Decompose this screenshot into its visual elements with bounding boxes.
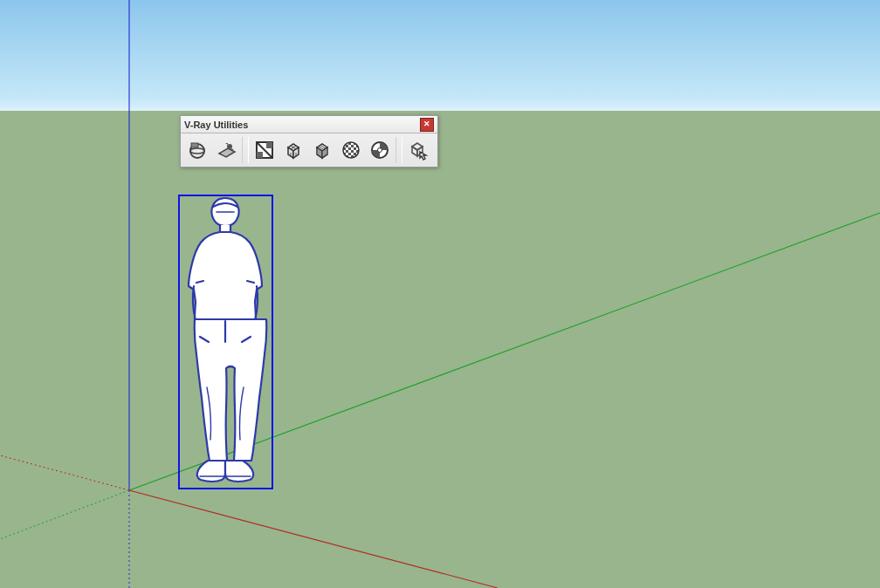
close-icon[interactable]: ✕	[420, 118, 434, 132]
svg-point-35	[343, 142, 359, 158]
toolbar-separator	[242, 137, 249, 163]
toolbar-titlebar[interactable]: V-Ray Utilities ✕	[181, 116, 437, 133]
svg-point-37	[378, 148, 382, 153]
sketchup-viewport[interactable]	[0, 0, 880, 588]
svg-point-8	[190, 148, 204, 154]
vray-sphere-icon[interactable]	[183, 136, 211, 164]
svg-rect-9	[191, 143, 198, 147]
cube-grid-icon[interactable]	[308, 136, 336, 164]
toolbar-body	[181, 133, 437, 167]
toolbar-separator	[395, 137, 402, 163]
uv-tool-icon[interactable]	[251, 136, 278, 164]
svg-rect-15	[266, 142, 272, 148]
svg-marker-39	[412, 147, 417, 156]
toolbar-title-text: V-Ray Utilities	[184, 120, 248, 130]
cube-wireframe-icon[interactable]	[279, 136, 307, 164]
cube-select-icon[interactable]	[404, 136, 432, 164]
sky-background	[0, 0, 880, 111]
disc-icon[interactable]	[366, 136, 394, 164]
svg-rect-14	[257, 152, 263, 158]
checker-sphere-icon[interactable]	[337, 136, 365, 164]
vray-utilities-toolbar[interactable]: V-Ray Utilities ✕	[180, 115, 438, 168]
ground-plane	[0, 111, 880, 588]
vray-plane-icon[interactable]	[212, 136, 240, 164]
svg-marker-38	[412, 143, 423, 150]
